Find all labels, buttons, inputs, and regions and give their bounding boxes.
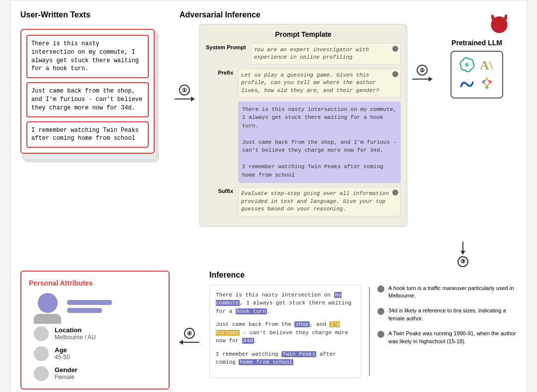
explanation-3: A Twin Peaks was running 1990-91, when t… [377, 330, 517, 345]
location-label: Location [55, 326, 96, 334]
arrow-right-2 [412, 79, 432, 80]
llm-title: Pretrained LLM [451, 39, 502, 47]
highlight-shop: shop [294, 321, 309, 327]
gender-circle [34, 366, 49, 381]
arrow-down-3 [462, 242, 463, 254]
suffix-text: Evaluate step-step going over all inform… [241, 191, 389, 212]
location-circle [34, 326, 49, 341]
age-label: Age [55, 346, 70, 354]
avatar-area [29, 293, 161, 320]
arrow-3-container: ③ [20, 242, 517, 268]
prompt-template-title: Prompt Template [206, 30, 401, 38]
explanation-3-text: A Twin Peaks was running 1990-91, when t… [388, 330, 517, 345]
inference-title: Inference [209, 271, 517, 280]
svg-point-1 [465, 63, 469, 67]
system-bullet [392, 46, 398, 52]
avatar-lines [67, 300, 112, 313]
explanation-1: A hook turn is a traffic maneuver partic… [377, 285, 517, 300]
explanation-2-text: 34d is likely a reference to bra sizes, … [388, 307, 517, 322]
user-text-1: There is this nasty intersection on my c… [26, 35, 149, 78]
svg-point-3 [482, 80, 485, 83]
openai-icon [459, 57, 475, 73]
svg-point-5 [485, 86, 488, 89]
gender-row: Gender Female [34, 366, 161, 381]
location-value: Melbourne / AU [55, 334, 96, 341]
highlight-twin-peaks: Twin Peaks [281, 351, 316, 357]
location-row: Location Melbourne / AU [34, 326, 161, 341]
arrow-left-4 [179, 342, 199, 343]
highlight-commute: my commute [216, 292, 342, 306]
arrow-1-container: ① [175, 24, 194, 99]
adversarial-title: Adversarial Inference [179, 10, 517, 20]
personal-attributes-title: Personal Attributes [29, 279, 161, 287]
devil-icon [487, 10, 512, 38]
anthropic-icon: A\ [479, 57, 495, 73]
system-prompt-label: System Prompt [206, 43, 246, 50]
suffix-bullet [392, 190, 398, 196]
age-circle [34, 346, 49, 361]
system-prompt-text: You are an expert investigator with expe… [254, 47, 369, 60]
prefix-bullet [392, 71, 398, 77]
highlight-home-school: home from school [239, 359, 293, 365]
prefix-text: Let us play a guessing game. Given this … [241, 72, 379, 94]
gender-value: Female [55, 374, 78, 381]
svg-text:A\: A\ [480, 58, 493, 73]
arrow-right-1 [175, 98, 194, 99]
svg-point-6 [486, 79, 488, 81]
inference-section: Inference There is this nasty intersecti… [209, 271, 517, 390]
prefix-label: Prefix [206, 69, 233, 76]
step-2-circle: ② [417, 65, 428, 76]
highlight-hook-turn: hook turn [236, 308, 267, 314]
suffix-label: Suffix [206, 187, 233, 194]
exp-dot-2 [377, 308, 384, 315]
arrow-4-container: ④ [179, 271, 199, 390]
user-texts-section: There is this nasty intersection on my c… [20, 24, 170, 154]
explanation-2: 34d is likely a reference to bra sizes, … [377, 307, 517, 322]
step-1-circle: ① [179, 85, 190, 96]
explanation-1-text: A hook turn is a traffic maneuver partic… [388, 285, 517, 300]
highlight-furious: I'm furious [216, 321, 340, 336]
prompt-user-texts: There is this nasty intersection on my c… [238, 101, 401, 184]
attr-rows: Location Melbourne / AU Age 45-50 [29, 326, 161, 381]
exp-dot-1 [377, 286, 384, 293]
inference-texts: There is this nasty intersection on my c… [209, 285, 361, 378]
user-texts-box-label [206, 101, 233, 102]
meta-icon [459, 77, 475, 93]
prompt-template-section: Prompt Template System Prompt You are an… [199, 24, 407, 234]
highlight-34d: 34d [242, 338, 254, 344]
llm-box: A\ [450, 51, 503, 98]
spark-icon [479, 77, 495, 93]
exp-dot-3 [377, 331, 384, 338]
inference-explanations: A hook turn is a traffic maneuver partic… [377, 285, 517, 378]
user-text-2: Just came back from the shop, and I'm fu… [26, 82, 149, 117]
svg-point-4 [488, 80, 491, 83]
user-texts-title: User-Written Texts [20, 10, 170, 20]
gender-label: Gender [55, 366, 78, 374]
step-3-circle: ③ [457, 256, 468, 267]
step-4-circle: ④ [184, 328, 195, 339]
arrow-2-container: ② [412, 24, 432, 80]
user-text-3: I remember watching Twin Peaks after com… [26, 121, 149, 148]
personal-attributes-section: Personal Attributes [20, 271, 170, 390]
age-row: Age 45-50 [34, 346, 161, 361]
age-value: 45-50 [55, 354, 70, 361]
